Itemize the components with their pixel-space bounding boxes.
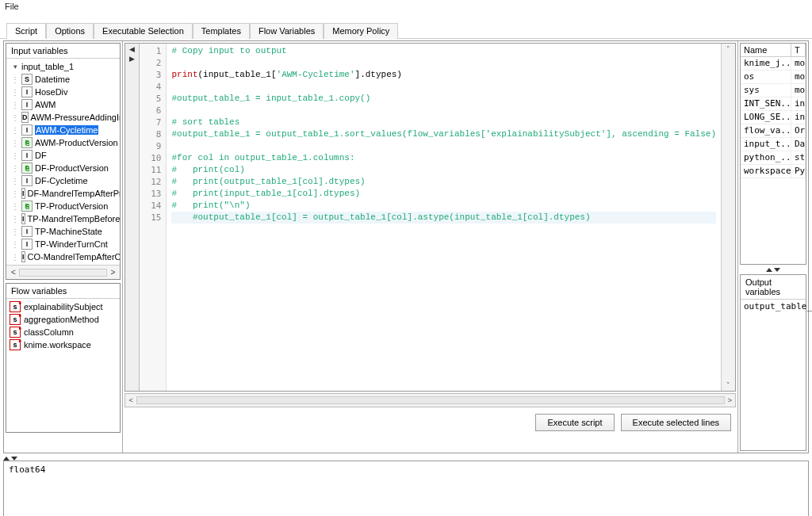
type-i-icon: I xyxy=(21,86,33,97)
code-line[interactable]: #output_table_1[col] = output_table_1[co… xyxy=(171,212,716,224)
left-column: Input variables ▾input_table_1⋮SDatetime… xyxy=(4,41,123,453)
vertical-scrollbar[interactable]: ˄ ˅ xyxy=(721,44,735,391)
right-splitter[interactable] xyxy=(738,266,808,273)
scrollbar-track[interactable] xyxy=(19,269,107,277)
tree-item[interactable]: ⋮IAWM-Cycletime xyxy=(11,124,118,136)
tree-root-node[interactable]: ▾input_table_1 xyxy=(11,60,118,73)
scroll-up-icon[interactable]: ˄ xyxy=(726,45,730,53)
code-line[interactable] xyxy=(171,141,177,151)
code-line[interactable] xyxy=(171,105,177,115)
var-type-cell: Or xyxy=(791,124,806,137)
tree-item[interactable]: ⋮ITP-WinderTurnCnt xyxy=(11,238,118,250)
tree-item[interactable]: ⋮IAWM xyxy=(11,98,118,111)
table-row[interactable]: osmo xyxy=(741,71,806,84)
code-line[interactable]: # print(col) xyxy=(171,165,244,174)
center-column: ◀ ▶ 123456789101112131415 # Copy input t… xyxy=(123,41,738,453)
var-name-cell: INT_SEN... xyxy=(741,97,791,110)
scroll-right-icon[interactable]: > xyxy=(728,396,732,404)
tab-flow-variables[interactable]: Flow Variables xyxy=(250,23,324,39)
type-column-header[interactable]: T xyxy=(791,44,806,56)
triangle-down-icon xyxy=(11,457,17,461)
tab-memory-policy[interactable]: Memory Policy xyxy=(324,23,398,39)
triangle-down-icon xyxy=(774,268,780,272)
horizontal-scrollbar[interactable]: < > xyxy=(6,265,120,279)
table-row[interactable]: knime_j...mo xyxy=(741,57,806,71)
scrollbar-track[interactable] xyxy=(136,396,725,404)
code-editor[interactable]: ◀ ▶ 123456789101112131415 # Copy input t… xyxy=(124,43,736,392)
flow-variable-item[interactable]: sknime.workspace xyxy=(10,338,117,351)
tree-item-label: AWM-ProductVersion xyxy=(35,138,118,147)
code-line[interactable]: # print(input_table_1[col].dtypes) xyxy=(171,189,360,198)
left-splitter[interactable]: ◀ ▶ xyxy=(125,44,140,391)
string-var-icon: s xyxy=(10,327,21,338)
code-line[interactable]: #for col in output_table_1.columns: xyxy=(171,153,354,162)
tree-item-label: CO-MandrelTempAfterCurin xyxy=(28,252,121,262)
tree-item[interactable]: ⋮IDF xyxy=(11,149,118,162)
tree-item[interactable]: ⋮⎘AWM-ProductVersion xyxy=(11,136,118,149)
triangle-up-icon xyxy=(3,457,10,461)
output-variable-item[interactable]: output_table_1 xyxy=(744,301,802,312)
tree-item[interactable]: ⋮SDatetime xyxy=(11,73,118,86)
tree-item[interactable]: ⋮ITP-MachineState xyxy=(11,225,118,238)
input-variables-title: Input variables xyxy=(6,44,120,59)
table-row[interactable]: workspacePy xyxy=(741,165,806,178)
type-i-icon: I xyxy=(21,251,25,262)
output-variables-list[interactable]: output_table_1 xyxy=(741,300,806,450)
input-variables-tree[interactable]: ▾input_table_1⋮SDatetime⋮IHoseDiv⋮IAWM⋮D… xyxy=(6,59,120,265)
code-line[interactable]: #output_table_1 = input_table_1.copy() xyxy=(171,94,370,103)
flow-variables-list[interactable]: sexplainabilitySubjectsaggregationMethod… xyxy=(6,299,120,432)
var-type-cell: Da xyxy=(791,138,806,151)
tab-script[interactable]: Script xyxy=(6,23,46,39)
execute-script-button[interactable]: Execute script xyxy=(535,414,614,431)
tab-templates[interactable]: Templates xyxy=(193,23,250,39)
scroll-left-icon[interactable]: < xyxy=(128,396,132,404)
table-row[interactable]: input_t...Da xyxy=(741,138,806,151)
scroll-right-icon[interactable]: > xyxy=(107,268,118,277)
table-row[interactable]: LONG_SE...in xyxy=(741,111,806,124)
code-line[interactable] xyxy=(171,58,177,67)
var-type-cell: mo xyxy=(791,71,806,83)
var-type-cell: in xyxy=(791,97,806,110)
main-area: Input variables ▾input_table_1⋮SDatetime… xyxy=(3,40,809,453)
editor-horizontal-scrollbar[interactable]: < > xyxy=(124,393,736,407)
name-column-header[interactable]: Name xyxy=(741,44,791,56)
type-s-icon: S xyxy=(21,74,33,85)
code-line[interactable]: # print(output_table_1[col].dtypes) xyxy=(171,177,365,186)
code-line[interactable]: #output_table_1 = output_table_1.sort_va… xyxy=(171,129,716,139)
code-line[interactable]: # print("\n") xyxy=(171,201,250,210)
flow-variable-item[interactable]: sexplainabilitySubject xyxy=(10,300,117,313)
var-type-cell: mo xyxy=(791,57,806,70)
tree-item[interactable]: ⋮IHoseDiv xyxy=(11,86,118,98)
tree-item[interactable]: ⋮ITP-MandrelTempBeforeTap xyxy=(11,212,118,225)
tab-options[interactable]: Options xyxy=(46,23,94,39)
table-row[interactable]: sysmo xyxy=(741,84,806,97)
scroll-left-icon[interactable]: < xyxy=(8,268,19,277)
code-line[interactable] xyxy=(171,82,177,91)
table-row[interactable]: flow_va...Or xyxy=(741,124,806,138)
code-line[interactable]: # Copy input to output xyxy=(171,46,286,55)
tree-item[interactable]: ⋮IDF-Cycletime xyxy=(11,174,118,187)
file-menu[interactable]: File xyxy=(0,0,812,13)
code-line[interactable]: # sort tables xyxy=(171,117,239,127)
console-output[interactable]: float64 xyxy=(3,461,809,516)
tree-item[interactable]: ⋮DAWM-PressureAddingInner xyxy=(11,111,118,124)
table-row[interactable]: python_...st xyxy=(741,151,806,165)
flow-variable-item[interactable]: sclassColumn xyxy=(10,326,117,338)
tree-item[interactable]: ⋮⎘TP-ProductVersion xyxy=(11,200,118,212)
flow-variables-title: Flow variables xyxy=(6,284,120,299)
tree-branch-icon: ⋮ xyxy=(11,126,19,135)
tree-item[interactable]: ⋮⎘DF-ProductVersion xyxy=(11,162,118,174)
table-row[interactable]: INT_SEN...in xyxy=(741,97,806,111)
code-line[interactable]: print(input_table_1['AWM-Cycletime'].dty… xyxy=(171,70,402,79)
code-area[interactable]: # Copy input to output print(input_table… xyxy=(167,44,721,391)
tree-branch-icon: ⋮ xyxy=(11,240,19,249)
tab-executable-selection[interactable]: Executable Selection xyxy=(94,23,193,39)
execute-selected-lines-button[interactable]: Execute selected lines xyxy=(621,414,731,431)
scroll-down-icon[interactable]: ˅ xyxy=(726,381,730,389)
tree-item[interactable]: ⋮ICO-MandrelTempAfterCurin xyxy=(11,250,118,263)
tree-branch-icon: ⋮ xyxy=(11,113,19,122)
tree-item[interactable]: ⋮IDF-MandrelTempAfterPreH xyxy=(11,187,118,200)
line-number-gutter: 123456789101112131415 xyxy=(140,44,167,391)
tree-item-label: AWM-Cycletime xyxy=(35,125,98,135)
flow-variable-item[interactable]: saggregationMethod xyxy=(10,313,117,326)
